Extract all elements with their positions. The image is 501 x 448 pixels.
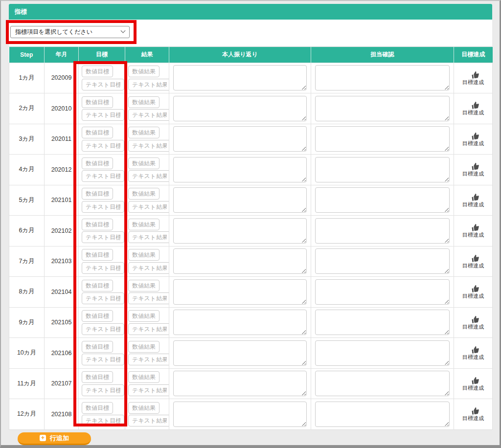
text-result-input[interactable]: [128, 323, 171, 335]
numeric-goal-input[interactable]: [82, 402, 113, 414]
manager-confirm-textarea[interactable]: [315, 340, 450, 366]
numeric-result-input[interactable]: [128, 341, 159, 353]
self-review-textarea[interactable]: [173, 96, 307, 121]
manager-confirm-textarea[interactable]: [315, 126, 450, 152]
self-review-textarea[interactable]: [173, 340, 307, 366]
goal-achieved-button[interactable]: 目標達成: [454, 254, 492, 269]
text-goal-input[interactable]: [82, 109, 124, 121]
manager-confirm-textarea[interactable]: [315, 65, 450, 90]
self-review-textarea-wrap: [173, 96, 307, 121]
goal-achieved-button[interactable]: 目標達成: [454, 284, 492, 299]
self-review-textarea-wrap: [173, 310, 307, 335]
text-result-input[interactable]: [128, 262, 171, 274]
text-goal-input[interactable]: [82, 415, 124, 426]
numeric-goal-input[interactable]: [82, 310, 113, 322]
goal-achieved-button[interactable]: 目標達成: [454, 101, 492, 116]
goal-achieved-button[interactable]: 目標達成: [454, 376, 492, 391]
numeric-result-input[interactable]: [128, 402, 159, 414]
manager-confirm-textarea[interactable]: [315, 279, 450, 305]
text-result-input[interactable]: [128, 354, 171, 365]
self-review-textarea[interactable]: [173, 371, 307, 396]
month-cell: 202104: [45, 277, 79, 308]
numeric-goal-input[interactable]: [82, 66, 113, 77]
numeric-result-input[interactable]: [128, 249, 159, 261]
self-review-textarea[interactable]: [173, 126, 307, 152]
numeric-goal-input[interactable]: [82, 219, 113, 230]
numeric-result-input[interactable]: [128, 96, 159, 108]
text-result-input[interactable]: [128, 231, 171, 243]
manager-confirm-textarea[interactable]: [315, 157, 450, 182]
text-result-input[interactable]: [128, 201, 171, 213]
self-review-textarea[interactable]: [173, 157, 307, 182]
goal-achieved-button[interactable]: 目標達成: [454, 406, 492, 422]
numeric-result-input[interactable]: [128, 310, 159, 322]
numeric-goal-input[interactable]: [82, 127, 113, 138]
manager-confirm-textarea[interactable]: [315, 248, 450, 274]
text-goal-input[interactable]: [82, 79, 124, 90]
goal-achieved-button[interactable]: 目標達成: [454, 345, 492, 360]
text-result-input[interactable]: [128, 415, 171, 426]
self-review-textarea[interactable]: [173, 218, 307, 244]
text-goal-input[interactable]: [82, 262, 124, 274]
text-goal-input[interactable]: [82, 292, 124, 304]
manager-confirm-textarea[interactable]: [315, 218, 450, 244]
manager-confirm-textarea[interactable]: [315, 187, 450, 213]
numeric-goal-input[interactable]: [82, 341, 113, 353]
numeric-result-input[interactable]: [128, 280, 159, 291]
plus-icon: +: [40, 435, 46, 441]
manager-confirm-textarea[interactable]: [315, 310, 450, 335]
numeric-result-input[interactable]: [128, 157, 159, 169]
text-goal-input[interactable]: [82, 384, 124, 396]
self-review-textarea[interactable]: [173, 187, 307, 213]
self-review-textarea[interactable]: [173, 248, 307, 274]
goal-achieved-label: 目標達成: [462, 263, 484, 269]
self-review-textarea[interactable]: [173, 310, 307, 335]
numeric-goal-input[interactable]: [82, 96, 113, 108]
manager-confirm-textarea-wrap: [315, 65, 450, 90]
text-goal-input[interactable]: [82, 170, 124, 182]
text-result-input[interactable]: [128, 170, 171, 182]
indicator-select[interactable]: 指標項目を選択してください: [10, 26, 130, 38]
goal-cell: [79, 399, 125, 430]
numeric-result-input[interactable]: [128, 219, 159, 230]
text-result-input[interactable]: [128, 292, 171, 304]
numeric-goal-input[interactable]: [82, 188, 113, 200]
text-result-input[interactable]: [128, 384, 171, 396]
numeric-goal-input[interactable]: [82, 280, 113, 291]
header-step: Step: [9, 47, 45, 63]
text-goal-input[interactable]: [82, 201, 124, 213]
numeric-result-input[interactable]: [128, 188, 159, 200]
goal-achieved-button[interactable]: 目標達成: [454, 70, 492, 86]
goal-achieved-button[interactable]: 目標達成: [454, 132, 492, 147]
numeric-result-input[interactable]: [128, 371, 159, 383]
manager-confirm-textarea-wrap: [315, 248, 450, 274]
self-review-textarea[interactable]: [173, 279, 307, 305]
goal-achieved-label: 目標達成: [462, 202, 484, 208]
manager-confirm-textarea[interactable]: [315, 402, 450, 427]
numeric-result-input[interactable]: [128, 127, 159, 138]
text-goal-input[interactable]: [82, 231, 124, 243]
numeric-goal-input[interactable]: [82, 249, 113, 261]
text-result-input[interactable]: [128, 109, 171, 121]
thumbs-up-icon: [471, 192, 480, 202]
add-row-button[interactable]: + 行追加: [18, 432, 91, 445]
numeric-goal-input[interactable]: [82, 157, 113, 169]
self-review-textarea[interactable]: [173, 65, 307, 90]
goal-achieved-label: 目標達成: [462, 140, 484, 147]
numeric-goal-input[interactable]: [82, 371, 113, 383]
self-review-textarea[interactable]: [173, 402, 307, 427]
text-result-input[interactable]: [128, 140, 171, 152]
text-goal-input[interactable]: [82, 323, 124, 335]
numeric-result-input[interactable]: [128, 66, 159, 77]
manager-confirm-textarea[interactable]: [315, 96, 450, 121]
text-goal-input[interactable]: [82, 140, 124, 152]
goal-achieved-button[interactable]: 目標達成: [454, 193, 492, 208]
goal-achieved-button[interactable]: 目標達成: [454, 162, 492, 177]
result-cell: [125, 216, 169, 246]
goal-achieved-button[interactable]: 目標達成: [454, 223, 492, 238]
goal-achieved-button[interactable]: 目標達成: [454, 315, 492, 330]
manager-confirm-cell: [311, 216, 454, 246]
manager-confirm-textarea[interactable]: [315, 371, 450, 396]
text-goal-input[interactable]: [82, 354, 124, 365]
text-result-input[interactable]: [128, 79, 171, 90]
